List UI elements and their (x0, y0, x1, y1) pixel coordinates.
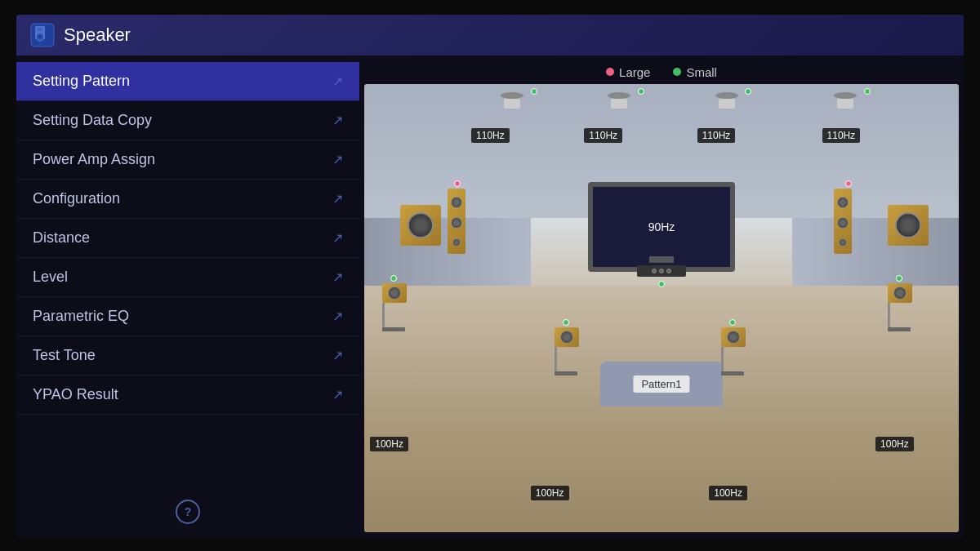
surround-br (888, 277, 912, 331)
legend-large: Large (606, 65, 650, 79)
menu-label-setting-pattern: Setting Pattern (33, 73, 130, 90)
surround-bmr-freq: 100Hz (709, 486, 747, 500)
ceil-body-fl (504, 99, 520, 109)
surround-bml (555, 321, 579, 375)
ceil-mount-fr (834, 92, 857, 99)
tower-body-fr (834, 189, 852, 254)
ceil-dot-fr (864, 88, 871, 95)
av-dot-3 (666, 269, 671, 273)
menu-item-setting-data-copy[interactable]: Setting Data Copy ↗ (16, 101, 359, 140)
stand-driver-bmr (727, 331, 740, 344)
menu-label-parametric-eq: Parametric EQ (33, 308, 129, 325)
tower-driver-fl-2 (451, 217, 462, 229)
stand-pole-bml (555, 347, 557, 371)
ceil-mount-fcl (608, 92, 630, 99)
speaker-icon (29, 22, 56, 48)
ceil-body-fcr (719, 99, 735, 109)
stand-base-br (888, 327, 911, 331)
menu-item-distance[interactable]: Distance ↗ (16, 219, 359, 258)
tv-stand (649, 256, 674, 263)
ceil-freq-fr: 110Hz (822, 128, 861, 143)
room-visual: 90Hz (364, 84, 959, 532)
help-button[interactable]: ? (176, 500, 200, 524)
room-background: 90Hz (364, 84, 959, 532)
ceil-body-fcl (611, 99, 627, 109)
menu-label-test-tone: Test Tone (33, 347, 96, 364)
surround-bl-dot (390, 275, 397, 282)
stand-pole-bl (382, 303, 385, 327)
surround-bmr-dot (729, 319, 736, 326)
screen: Speaker Setting Pattern ↗ Setting Data C… (16, 15, 964, 537)
room-panel: Large Small (359, 56, 964, 537)
ceil-freq-fl: 110Hz (471, 128, 510, 143)
av-dot-2 (659, 269, 664, 273)
center-speaker-dot (658, 281, 665, 287)
surround-bml-dot (563, 319, 569, 326)
menu: Setting Pattern ↗ Setting Data Copy ↗ Po… (16, 56, 359, 537)
ceiling-speaker-fcr (715, 92, 738, 109)
ceil-body-fr (837, 99, 853, 109)
menu-label-ypao-result: YPAO Result (33, 386, 118, 403)
av-receiver (637, 265, 686, 277)
ceiling-speaker-fl (501, 92, 523, 109)
sub-body-right (888, 205, 929, 246)
arrow-ypao-result: ↗ (332, 387, 343, 402)
arrow-power-amp-assign: ↗ (332, 152, 343, 167)
legend-large-label: Large (619, 65, 650, 79)
ceiling-speaker-fr (834, 92, 857, 109)
sub-driver-left (408, 212, 434, 238)
arrow-configuration: ↗ (332, 191, 343, 207)
arrow-test-tone: ↗ (332, 348, 343, 363)
menu-label-setting-data-copy: Setting Data Copy (33, 112, 152, 129)
tower-speaker-fl (448, 182, 466, 254)
menu-label-level: Level (33, 269, 68, 286)
menu-label-distance: Distance (33, 229, 90, 247)
menu-item-power-amp-assign[interactable]: Power Amp Assign ↗ (16, 140, 359, 180)
stand-body-br (888, 283, 912, 303)
ceil-dot-fcr (745, 88, 751, 95)
stand-pole-bmr (721, 347, 724, 371)
stand-driver-bml (560, 331, 573, 344)
menu-item-parametric-eq[interactable]: Parametric EQ ↗ (16, 297, 359, 336)
menu-label-power-amp-assign: Power Amp Assign (33, 151, 155, 168)
tower-speaker-fr (834, 182, 852, 254)
menu-item-test-tone[interactable]: Test Tone ↗ (16, 336, 359, 375)
tower-driver-fr-1 (837, 197, 849, 208)
legend-small-label: Small (686, 65, 717, 79)
tower-body-fl (448, 189, 466, 254)
ceiling-speaker-fcl (608, 92, 630, 109)
stand-driver-bl (388, 287, 401, 300)
stand-base-bml (555, 371, 577, 375)
help-icon: ? (185, 505, 192, 518)
tower-driver-fl-1 (451, 197, 462, 208)
menu-item-setting-pattern[interactable]: Setting Pattern ↗ (16, 62, 359, 101)
arrow-distance: ↗ (332, 230, 343, 246)
stand-body-bl (382, 283, 407, 303)
stand-body-bmr (721, 327, 746, 347)
surround-bml-freq: 100Hz (531, 486, 569, 500)
tower-driver-fr-2 (837, 217, 849, 229)
floor (364, 286, 959, 532)
header: Speaker (16, 15, 964, 56)
ceil-freq-fcl: 110Hz (584, 128, 622, 143)
subwoofer-right (888, 205, 929, 246)
sub-body-left (400, 205, 441, 246)
svg-point-3 (38, 35, 42, 38)
pattern-label: Pattern1 (633, 375, 689, 393)
menu-item-configuration[interactable]: Configuration ↗ (16, 180, 359, 219)
surround-bl (382, 277, 407, 331)
menu-item-level[interactable]: Level ↗ (16, 258, 359, 297)
ceil-dot-fcl (638, 88, 644, 95)
sub-driver-right (895, 212, 921, 238)
arrow-level: ↗ (332, 269, 343, 285)
tower-fl-dot (454, 180, 461, 187)
subwoofer-left (400, 205, 441, 246)
arrow-setting-data-copy: ↗ (332, 113, 343, 128)
large-dot (606, 68, 614, 76)
ceil-dot-fl (531, 88, 537, 95)
surround-bmr (721, 321, 746, 375)
legend: Large Small (364, 60, 959, 84)
menu-item-ypao-result[interactable]: YPAO Result ↗ (16, 375, 359, 415)
svg-rect-4 (38, 28, 42, 31)
arrow-setting-pattern: ↗ (332, 73, 343, 89)
